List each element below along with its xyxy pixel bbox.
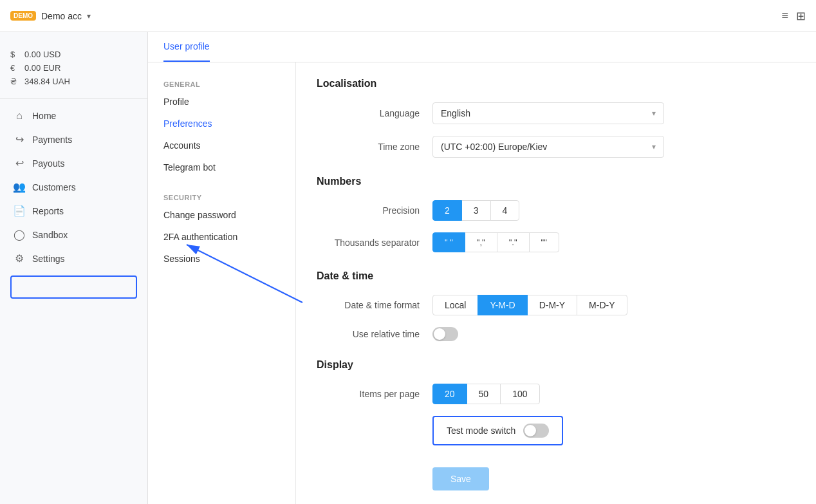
display-title: Display [317, 359, 795, 371]
sep-btn-none[interactable]: "" [529, 232, 559, 252]
thousands-sep-label: Thousands separator [317, 238, 432, 248]
datetime-section: Date & time Date & time format Local Y-M… [317, 270, 795, 341]
account-dropdown-chevron[interactable]: ▾ [87, 12, 91, 21]
sidebar-item-sandbox[interactable]: ◯ Sandbox [0, 223, 147, 247]
timezone-row: Time zone (UTC +02:00) Europe/Kiev ▾ [317, 136, 795, 158]
section-title-general: GENERAL [148, 75, 295, 91]
nav-item-telegram-bot[interactable]: Telegram bot [148, 156, 295, 178]
sep-btn-dot[interactable]: "." [497, 232, 530, 252]
relative-time-row: Use relative time [317, 327, 795, 341]
top-bar-left: DEMO Demo acc ▾ [10, 11, 91, 21]
precision-row: Precision 2 3 4 [317, 200, 795, 221]
save-row: Save [317, 457, 795, 490]
sidebar-item-payments[interactable]: ↪ Payments [0, 127, 147, 151]
sidebar-label-reports: Reports [32, 206, 64, 216]
save-button[interactable]: Save [432, 467, 489, 490]
demo-label: Demo acc [41, 11, 82, 21]
numbers-title: Numbers [317, 176, 795, 187]
sidebar-item-reports[interactable]: 📄 Reports [0, 199, 147, 223]
left-nav: GENERAL Profile Preferences Accounts Tel… [148, 62, 296, 504]
nav-item-sessions[interactable]: Sessions [148, 248, 295, 270]
format-btn-ymd[interactable]: Y-M-D [478, 295, 527, 315]
test-mode-box: Test mode switch [432, 416, 563, 445]
items-per-page-control: 20 50 100 [432, 384, 795, 404]
nav-item-profile[interactable]: Profile [148, 91, 295, 113]
format-btn-local[interactable]: Local [432, 295, 478, 315]
numbers-section: Numbers Precision 2 3 4 [317, 176, 795, 252]
precision-btn-2[interactable]: 2 [432, 200, 462, 221]
language-chevron: ▾ [652, 109, 656, 118]
timezone-label: Time zone [317, 142, 432, 152]
items-btn-50[interactable]: 50 [467, 384, 501, 404]
precision-label: Precision [317, 205, 432, 216]
sidebar-item-customers[interactable]: 👥 Customers [0, 175, 147, 199]
datetime-format-btn-group: Local Y-M-D D-M-Y M-D-Y [432, 295, 795, 315]
sidebar-balances: $ 0.00 USD € 0.00 EUR ₴ 348.84 UAH [0, 42, 147, 99]
demo-badge: DEMO [10, 11, 36, 21]
datetime-title: Date & time [317, 270, 795, 282]
datetime-format-control: Local Y-M-D D-M-Y M-D-Y [432, 295, 795, 315]
thousands-sep-btn-group: " " "," "." "" [432, 232, 795, 252]
language-value: English [441, 108, 470, 118]
usd-amount: 0.00 USD [24, 50, 60, 59]
sidebar-item-payouts[interactable]: ↩ Payouts [0, 151, 147, 175]
settings-icon: ⚙ [13, 252, 26, 265]
sep-btn-space[interactable]: " " [432, 232, 465, 252]
sidebar-label-settings: Settings [32, 254, 65, 264]
sidebar-label-home: Home [32, 111, 56, 121]
reports-icon: 📄 [13, 205, 26, 217]
sidebar-item-home[interactable]: ⌂ Home [0, 104, 147, 127]
customers-icon: 👥 [13, 181, 26, 193]
relative-time-toggle-knob [434, 328, 445, 340]
items-btn-20[interactable]: 20 [432, 384, 467, 404]
nav-item-preferences[interactable]: Preferences [148, 113, 295, 135]
home-icon: ⌂ [13, 110, 26, 122]
balance-uah: ₴ 348.84 UAH [10, 75, 137, 88]
timezone-select[interactable]: (UTC +02:00) Europe/Kiev ▾ [432, 136, 664, 158]
document-icon[interactable]: ≡ [781, 9, 788, 23]
test-mode-label: Test mode switch [447, 425, 515, 436]
uah-symbol: ₴ [10, 77, 21, 86]
datetime-format-label: Date & time format [317, 300, 432, 310]
nav-item-2fa[interactable]: 2FA authentication [148, 226, 295, 248]
format-btn-mdy[interactable]: M-D-Y [577, 295, 627, 315]
precision-btn-4[interactable]: 4 [490, 200, 520, 221]
sidebar-item-settings[interactable]: ⚙ Settings [0, 247, 147, 270]
sep-btn-comma[interactable]: "," [465, 232, 497, 252]
test-mode-control: Test mode switch [432, 416, 795, 445]
thousands-sep-control: " " "," "." "" [432, 232, 795, 252]
uah-amount: 348.84 UAH [24, 77, 70, 86]
localisation-section: Localisation Language English ▾ [317, 78, 795, 158]
usd-symbol: $ [10, 50, 21, 59]
main-layout: $ 0.00 USD € 0.00 EUR ₴ 348.84 UAH ⌂ Hom… [0, 32, 816, 504]
balance-usd: $ 0.00 USD [10, 48, 137, 61]
section-title-security: SECURITY [148, 189, 295, 204]
profile-tabs: User profile [148, 32, 816, 62]
top-bar-right: ≡ ⊞ [781, 9, 806, 23]
items-per-page-label: Items per page [317, 389, 432, 399]
format-btn-dmy[interactable]: D-M-Y [527, 295, 577, 315]
test-mode-toggle-knob [524, 425, 536, 436]
sandbox-icon: ◯ [13, 229, 26, 241]
sidebar-label-payouts: Payouts [32, 158, 65, 169]
payments-icon: ↪ [13, 133, 26, 145]
test-mode-toggle[interactable] [523, 424, 549, 438]
timezone-value: (UTC +02:00) Europe/Kiev [441, 142, 547, 152]
items-btn-100[interactable]: 100 [500, 384, 539, 404]
relative-time-toggle[interactable] [432, 327, 458, 341]
items-per-page-btn-group: 20 50 100 [432, 384, 795, 404]
sidebar-highlight-box [10, 275, 137, 299]
sidebar: $ 0.00 USD € 0.00 EUR ₴ 348.84 UAH ⌂ Hom… [0, 32, 148, 504]
language-select[interactable]: English ▾ [432, 102, 664, 124]
nav-item-change-password[interactable]: Change password [148, 204, 295, 226]
payouts-icon: ↩ [13, 157, 26, 169]
balance-eur: € 0.00 EUR [10, 61, 137, 75]
sidebar-label-customers: Customers [32, 182, 76, 192]
precision-btn-3[interactable]: 3 [461, 200, 491, 221]
nav-item-accounts[interactable]: Accounts [148, 135, 295, 156]
test-mode-row: Test mode switch [317, 416, 795, 445]
tab-user-profile[interactable]: User profile [163, 32, 210, 62]
language-row: Language English ▾ [317, 102, 795, 124]
grid-icon[interactable]: ⊞ [796, 9, 806, 23]
localisation-title: Localisation [317, 78, 795, 89]
